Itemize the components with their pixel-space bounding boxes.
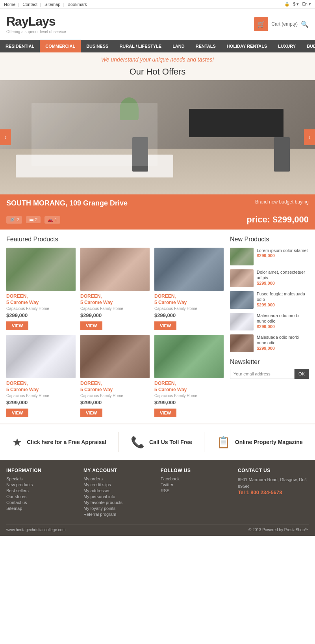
hero-next-button[interactable]: ›: [304, 129, 315, 145]
cta-call-text: Call Us Toll Free: [149, 439, 192, 446]
product-card: DOREEN,5 Carome Way Capacious Family Hom…: [80, 248, 150, 330]
footer-link-orders[interactable]: My orders: [83, 476, 154, 481]
product-name: DOREEN,5 Carome Way: [154, 381, 224, 393]
cart-label[interactable]: Cart (empty): [271, 21, 298, 27]
view-button[interactable]: VIEW: [80, 321, 102, 330]
cta-appraisal[interactable]: ★ Click here for a Free Appraisal: [12, 436, 106, 449]
new-products-column: New Products Lorem ipsum dolor sitamet $…: [230, 236, 309, 417]
footer-link-best-sellers[interactable]: Best sellers: [6, 488, 77, 493]
footer-link-rss[interactable]: RSS: [161, 488, 232, 493]
footer-link-contact[interactable]: Contact us: [6, 500, 77, 505]
new-product-info: Malesuada odio morbi nunc odio $299,000: [257, 334, 309, 351]
new-product-name: Dolor amet, consectetuer adipis: [257, 269, 309, 281]
nav-luxury[interactable]: LUXURY: [272, 40, 301, 52]
footer-information-title: INFORMATION: [6, 468, 77, 473]
nav-holiday[interactable]: HOLIDAY RENTALS: [221, 40, 272, 52]
footer-tel: Tel 1 800 234-5678: [238, 489, 309, 495]
product-name: DOREEN,5 Carome Way: [80, 293, 150, 306]
plant-decoration: [120, 97, 139, 120]
new-product-item: Dolor amet, consectetuer adipis $299,000: [230, 269, 309, 287]
newsletter-submit-button[interactable]: OK: [295, 369, 309, 379]
new-product-name: Malesuada odio morbi nunc odio: [257, 313, 309, 324]
nav-bookmark[interactable]: Bookmark: [67, 2, 87, 7]
footer-link-facebook[interactable]: Facebook: [161, 476, 232, 481]
nav-contact[interactable]: Contact: [22, 2, 37, 7]
logo-title[interactable]: RayLays: [6, 14, 66, 29]
hero-price-row: 🚿 2 🛏 2 🚗 1 price: $299,000: [0, 212, 315, 230]
nav-land[interactable]: LAND: [167, 40, 190, 52]
product-name: DOREEN,5 Carome Way: [154, 293, 224, 306]
product-desc: Capacious Family Home: [6, 306, 76, 311]
footer-my-account: MY ACCOUNT My orders My credit slips My …: [83, 468, 154, 518]
product-card: DOREEN,5 Carome Way Capacious Family Hom…: [154, 248, 224, 330]
new-product-item: Malesuada odio morbi nunc odio $299,000: [230, 313, 309, 330]
footer-link-credit-slips[interactable]: My credit slips: [83, 482, 154, 487]
nav-residential[interactable]: RESIDENTIAL: [0, 40, 40, 52]
product-desc: Capacious Family Home: [154, 306, 224, 311]
cta-appraisal-text: Click here for a Free Appraisal: [27, 439, 106, 446]
product-price: $299,000: [154, 312, 224, 318]
cart-icon[interactable]: 🛒: [254, 17, 268, 31]
nav-home[interactable]: Home: [4, 2, 15, 7]
product-name: DOREEN,5 Carome Way: [6, 381, 76, 393]
view-button[interactable]: VIEW: [80, 409, 102, 417]
hero-prev-button[interactable]: ‹: [0, 129, 11, 145]
phone-icon: 📞: [131, 436, 145, 449]
nav-rentals[interactable]: RENTALS: [190, 40, 221, 52]
view-button[interactable]: VIEW: [154, 409, 176, 417]
main-nav: RESIDENTIAL COMMERCIAL BUSINESS RURAL / …: [0, 40, 315, 52]
car-count: 🚗 1: [44, 216, 60, 224]
footer-link-personal-info[interactable]: My personal info: [83, 494, 154, 499]
footer-link-addresses[interactable]: My addresses: [83, 488, 154, 493]
nav-business[interactable]: BUSINESS: [81, 40, 114, 52]
footer-link-new-products[interactable]: New products: [6, 482, 77, 487]
footer-link-favorites[interactable]: My favorite products: [83, 500, 154, 505]
nav-budget[interactable]: BUDGET: [301, 40, 315, 52]
currency-selector[interactable]: $ ▾: [293, 2, 299, 7]
product-image: [6, 248, 76, 291]
footer-powered: © 2013 Powered by PrestaShop™: [248, 528, 309, 532]
footer-link-twitter[interactable]: Twitter: [161, 482, 232, 487]
cta-divider: [204, 432, 204, 452]
footer-link-loyalty[interactable]: My loyalty points: [83, 506, 154, 511]
footer-link-sitemap[interactable]: Sitemap: [6, 506, 77, 511]
footer-link-specials[interactable]: Specials: [6, 476, 77, 481]
product-image: [80, 335, 150, 378]
product-desc: Capacious Family Home: [80, 306, 150, 311]
cta-magazine[interactable]: 📋 Online Property Magazine: [217, 436, 303, 449]
view-button[interactable]: VIEW: [154, 321, 176, 330]
product-image: [154, 335, 224, 378]
new-product-price: $299,000: [257, 253, 309, 258]
nav-commercial[interactable]: COMMERCIAL: [40, 40, 81, 52]
new-product-image: [230, 248, 254, 265]
new-product-price: $299,000: [257, 302, 309, 307]
footer-bottom: www.heritagechristiancollege.com © 2013 …: [6, 524, 309, 532]
newsletter-form: OK: [230, 369, 309, 379]
product-price: $299,000: [6, 399, 76, 405]
new-product-item: Lorem ipsum dolor sitamet $299,000: [230, 248, 309, 265]
view-button[interactable]: VIEW: [6, 321, 28, 330]
new-product-name: Malesuada odio morbi nunc odio: [257, 334, 309, 346]
newsletter-section: Newsletter OK: [230, 358, 309, 379]
nav-rural[interactable]: RURAL / LIFESTYLE: [114, 40, 167, 52]
bed-count: 🛏 2: [26, 216, 41, 223]
view-button[interactable]: VIEW: [6, 409, 28, 417]
search-icon[interactable]: 🔍: [301, 21, 309, 28]
footer-contact-us: CONTACT US 8901 Marmora Road, Glasgow, D…: [238, 468, 309, 518]
cta-divider: [119, 432, 119, 452]
new-product-name: Lorem ipsum dolor sitamet: [257, 248, 309, 253]
footer-link-our-stores[interactable]: Our stores: [6, 494, 77, 499]
cta-call[interactable]: 📞 Call Us Toll Free: [131, 436, 192, 449]
newsletter-email-input[interactable]: [230, 369, 295, 379]
cta-magazine-text: Online Property Magazine: [235, 439, 303, 446]
language-selector[interactable]: En ▾: [302, 2, 311, 7]
footer-link-referral[interactable]: Referral program: [83, 512, 154, 517]
new-product-info: Malesuada odio morbi nunc odio $299,000: [257, 313, 309, 329]
nav-sitemap[interactable]: Sitemap: [44, 2, 60, 7]
products-section: Featured Products DOREEN,5 Carome Way Ca…: [0, 230, 315, 424]
product-card: DOREEN,5 Carome Way Capacious Family Hom…: [6, 248, 76, 330]
featured-products: Featured Products DOREEN,5 Carome Way Ca…: [6, 236, 224, 417]
product-desc: Capacious Family Home: [154, 394, 224, 398]
footer-my-account-title: MY ACCOUNT: [83, 468, 154, 473]
sofa-decoration: [16, 155, 173, 177]
